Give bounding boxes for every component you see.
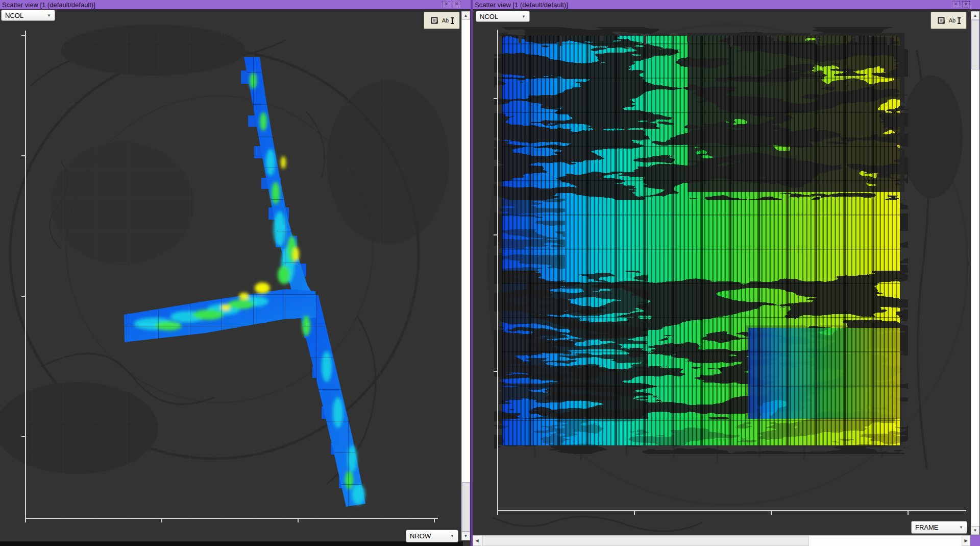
vertical-scrollbar[interactable]: ▲ ▼: [461, 11, 470, 540]
place-label-icon: [938, 16, 946, 25]
y-axis-variable-dropdown[interactable]: NROW ▼: [406, 530, 458, 542]
annotate-button-label: Ab: [442, 17, 449, 23]
panel-titlebar[interactable]: Scatter view [1 (default/default)] ✕ ✕: [0, 0, 471, 9]
detach-window-icon[interactable]: ✕: [952, 1, 960, 8]
x-axis-variable-value: NCOL: [480, 13, 498, 20]
scrollbar-thumb[interactable]: [482, 536, 809, 546]
scroll-down-icon: ▼: [973, 528, 977, 533]
chevron-down-icon: ▼: [47, 13, 51, 18]
bottom-edge-strip: [0, 541, 463, 546]
panel-title: Scatter view [1 (default/default)]: [475, 1, 568, 9]
scatter-view-panel-left: Scatter view [1 (default/default)] ✕ ✕ N…: [0, 0, 471, 546]
scatter-raster: [502, 36, 900, 445]
vertical-scrollbar[interactable]: ▲ ▼: [971, 11, 979, 535]
scroll-left-icon: ◀: [475, 538, 478, 543]
chevron-down-icon: ▼: [959, 525, 963, 530]
y-axis-variable-value: NROW: [410, 532, 431, 540]
scroll-right-icon: ▶: [964, 538, 967, 543]
chevron-down-icon: ▼: [522, 14, 526, 19]
horizontal-scrollbar[interactable]: ◀ ▶: [473, 535, 970, 546]
annotate-button-label: Ab: [949, 17, 955, 23]
scroll-down-button[interactable]: ▼: [461, 532, 470, 540]
scroll-up-button[interactable]: ▲: [461, 11, 470, 20]
scroll-up-button[interactable]: ▲: [971, 11, 979, 20]
text-cursor-icon: [959, 17, 960, 24]
scroll-right-button[interactable]: ▶: [962, 535, 970, 546]
place-label-icon: [431, 16, 439, 25]
panel-titlebar[interactable]: Scatter view [1 (default/default)] ✕ ✕: [473, 0, 980, 9]
scrollbar-thumb[interactable]: [971, 20, 979, 69]
scrollbar-corner: [970, 535, 980, 546]
scrollbar-track[interactable]: [481, 535, 962, 546]
chevron-down-icon: ▼: [450, 534, 454, 538]
y-axis-variable-value: FRAME: [915, 524, 939, 531]
scroll-down-icon: ▼: [464, 534, 468, 538]
x-axis-variable-dropdown[interactable]: NCOL ▼: [1, 10, 55, 21]
x-axis-variable-value: NCOL: [5, 12, 23, 19]
scrollbar-track[interactable]: [971, 20, 979, 526]
maximize-window-icon[interactable]: ✕: [453, 1, 460, 8]
panel-title: Scatter view [1 (default/default)]: [2, 1, 95, 9]
y-axis-variable-dropdown[interactable]: FRAME ▼: [911, 521, 967, 534]
scroll-up-icon: ▲: [464, 13, 468, 18]
scrollbar-thumb[interactable]: [462, 482, 470, 532]
maximize-window-icon[interactable]: ✕: [962, 1, 970, 8]
scatter-plot-left[interactable]: [0, 9, 471, 546]
scatter-view-app: Scatter view [1 (default/default)] ✕ ✕ N…: [0, 0, 980, 546]
scroll-up-icon: ▲: [973, 13, 977, 18]
scrollbar-track[interactable]: [461, 20, 470, 532]
x-axis-variable-dropdown[interactable]: NCOL ▼: [476, 11, 530, 22]
scatter-view-panel-right: Scatter view [1 (default/default)] ✕ ✕ N…: [473, 0, 980, 546]
scatter-plot-right[interactable]: [473, 9, 980, 546]
scroll-down-button[interactable]: ▼: [971, 526, 979, 535]
detach-window-icon[interactable]: ✕: [443, 1, 450, 8]
annotate-button[interactable]: Ab: [930, 12, 967, 29]
text-cursor-icon: [452, 17, 453, 24]
scroll-left-button[interactable]: ◀: [473, 535, 481, 546]
annotate-button[interactable]: Ab: [424, 12, 460, 29]
